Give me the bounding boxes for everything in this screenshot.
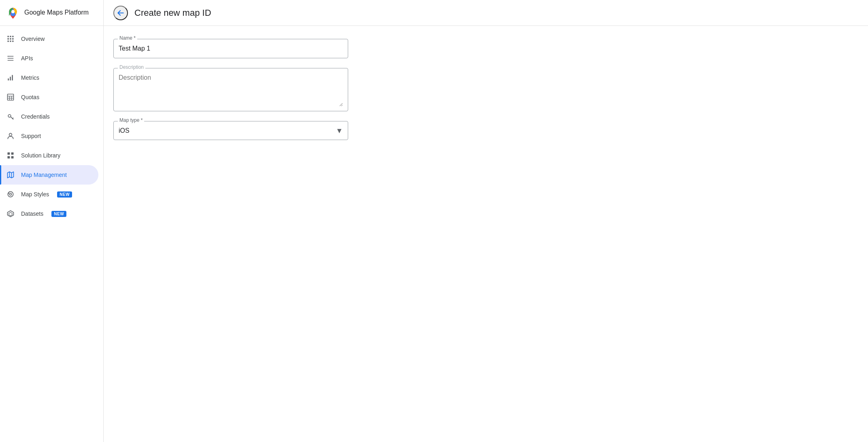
description-field-wrapper: Description	[113, 68, 348, 111]
map-styles-icon	[6, 190, 15, 198]
sidebar-item-label-datasets: Datasets	[21, 210, 43, 217]
sidebar-item-label-credentials: Credentials	[21, 113, 50, 120]
svg-rect-11	[8, 58, 14, 59]
svg-rect-2	[10, 36, 11, 37]
svg-rect-12	[8, 60, 14, 61]
svg-rect-25	[11, 153, 14, 155]
sidebar-item-datasets[interactable]: Datasets NEW	[0, 204, 98, 223]
svg-rect-14	[8, 79, 9, 81]
name-input[interactable]	[119, 45, 343, 52]
overview-icon	[6, 35, 15, 43]
app-title: Google Maps Platform	[24, 8, 89, 17]
datasets-icon	[6, 210, 15, 218]
metrics-icon	[6, 74, 15, 82]
svg-rect-17	[8, 94, 14, 100]
sidebar: Google Maps Platform Overview APIs Metri…	[0, 0, 104, 442]
svg-rect-3	[12, 36, 13, 37]
sidebar-nav: Overview APIs Metrics Quotas	[0, 26, 103, 442]
sidebar-item-label-solution-library: Solution Library	[21, 152, 60, 159]
svg-rect-1	[8, 36, 9, 37]
name-label: Name *	[118, 35, 137, 41]
map-type-label: Map type *	[118, 117, 144, 123]
svg-rect-15	[10, 77, 11, 81]
svg-rect-26	[8, 156, 10, 159]
sidebar-item-label-map-styles: Map Styles	[21, 191, 49, 198]
main-content: Create new map ID Name * Description Map…	[104, 0, 868, 442]
active-indicator	[0, 165, 1, 185]
description-field: Description	[113, 68, 418, 111]
credentials-icon	[6, 113, 15, 121]
datasets-new-badge: NEW	[51, 211, 66, 217]
map-styles-new-badge: NEW	[57, 191, 72, 198]
svg-point-23	[9, 133, 12, 136]
svg-rect-5	[10, 38, 11, 39]
form-area: Name * Description Map type * JavaScript…	[104, 26, 428, 163]
name-field: Name *	[113, 39, 418, 58]
svg-rect-27	[11, 156, 14, 159]
svg-rect-16	[12, 75, 13, 80]
apis-icon	[6, 54, 15, 62]
svg-rect-4	[8, 38, 9, 39]
main-header: Create new map ID	[104, 0, 868, 26]
sidebar-item-label-support: Support	[21, 133, 41, 139]
back-arrow-icon	[117, 9, 125, 17]
sidebar-item-quotas[interactable]: Quotas	[0, 87, 98, 107]
svg-rect-6	[12, 38, 13, 39]
svg-rect-24	[8, 153, 10, 155]
sidebar-item-label-map-management: Map Management	[21, 172, 67, 178]
svg-rect-7	[8, 40, 9, 42]
sidebar-item-apis[interactable]: APIs	[0, 49, 98, 68]
svg-point-0	[11, 10, 15, 13]
sidebar-item-label-quotas: Quotas	[21, 94, 39, 100]
sidebar-item-map-styles[interactable]: Map Styles NEW	[0, 185, 98, 204]
quotas-icon	[6, 93, 15, 101]
sidebar-item-overview[interactable]: Overview	[0, 29, 98, 49]
svg-marker-33	[9, 212, 12, 216]
svg-point-22	[8, 115, 11, 117]
back-button[interactable]	[113, 6, 128, 20]
svg-rect-9	[12, 40, 13, 42]
google-maps-logo	[6, 6, 19, 19]
description-textarea[interactable]	[119, 74, 343, 106]
solution-library-icon	[6, 151, 15, 159]
sidebar-item-label-metrics: Metrics	[21, 74, 39, 81]
name-field-wrapper: Name *	[113, 39, 348, 58]
sidebar-item-label-apis: APIs	[21, 55, 33, 62]
svg-rect-13	[8, 56, 9, 57]
map-type-field: Map type * JavaScript Android iOS ▼	[113, 121, 418, 140]
sidebar-item-map-management[interactable]: Map Management	[0, 165, 98, 185]
page-title: Create new map ID	[134, 8, 211, 18]
sidebar-item-support[interactable]: Support	[0, 126, 98, 146]
sidebar-item-credentials[interactable]: Credentials	[0, 107, 98, 126]
map-type-field-wrapper: Map type * JavaScript Android iOS ▼	[113, 121, 348, 140]
sidebar-item-solution-library[interactable]: Solution Library	[0, 146, 98, 165]
sidebar-item-label-overview: Overview	[21, 36, 45, 42]
svg-rect-8	[10, 40, 11, 42]
map-type-select[interactable]: JavaScript Android iOS	[114, 121, 348, 140]
support-icon	[6, 132, 15, 140]
description-label: Description	[118, 64, 145, 70]
svg-point-31	[10, 193, 12, 196]
sidebar-header: Google Maps Platform	[0, 0, 103, 26]
sidebar-item-metrics[interactable]: Metrics	[0, 68, 98, 87]
map-management-icon	[6, 171, 15, 179]
